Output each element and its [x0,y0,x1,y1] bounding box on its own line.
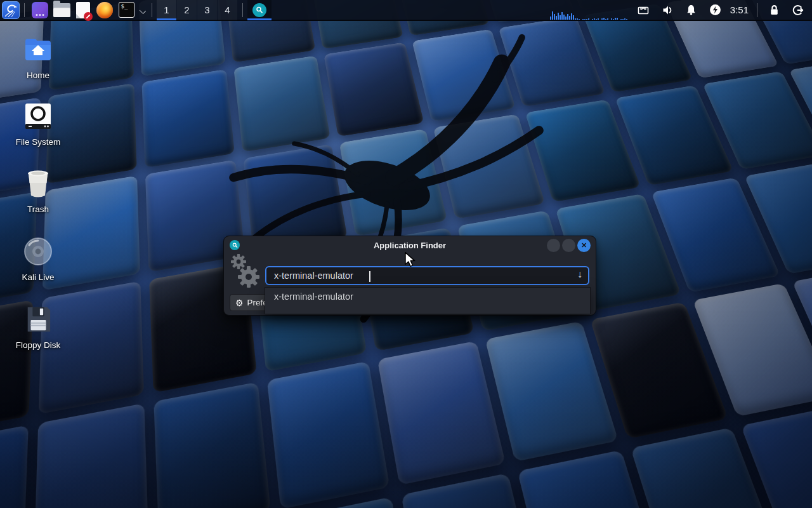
dropdown-arrow-icon[interactable]: ↓ [577,269,582,280]
taskbar-application-finder[interactable] [247,0,272,20]
desktop-icon-file-system[interactable]: File System [4,100,72,147]
desktop-icon-label: Floppy Disk [16,340,61,350]
floppy-disk-icon [22,304,54,335]
magnifier-icon [252,3,266,17]
autocomplete-dropdown: x-terminal-emulator [265,287,591,314]
desktop-icon-label: Home [27,70,49,80]
close-button[interactable]: ✕ [577,239,591,252]
mouse-cursor [404,252,417,267]
text-caret [369,271,370,282]
power-manager-icon[interactable] [709,4,722,17]
workspace-button-3[interactable]: 3 [197,0,217,20]
app-window-launcher[interactable] [29,0,51,20]
panel-separator [757,3,757,17]
disc-icon [22,236,54,267]
terminal-launcher[interactable]: $_ [115,0,137,20]
desktop-icon-label: Trash [27,204,49,214]
search-input-value: x-terminal-emulator [274,271,353,281]
kali-logo-icon [3,3,18,18]
text-editor-launcher[interactable] [72,0,94,20]
panel-separator [242,3,243,17]
search-input[interactable]: x-terminal-emulator ↓ [265,266,589,285]
pencil-badge-icon [84,12,93,21]
panel-separator [152,3,152,17]
ethernet-icon[interactable] [637,4,650,17]
titlebar[interactable]: Application Finder ✕ [224,236,596,254]
application-finder-window: Application Finder ✕ [223,236,596,316]
gear-icon: ⚙ [235,298,244,307]
panel-separator [24,3,25,17]
lock-screen-icon[interactable] [768,4,780,17]
network-monitor-graph[interactable] [550,0,631,20]
logout-icon[interactable] [792,4,804,17]
workspace-button-2[interactable]: 2 [177,0,197,20]
file-manager-launcher[interactable] [51,0,72,20]
window-magnifier-icon [230,240,240,250]
hard-drive-icon [22,100,54,132]
dropdown-item[interactable]: x-terminal-emulator [265,288,590,302]
maximize-button[interactable] [562,239,575,252]
clock[interactable]: 3:51 [730,4,749,15]
home-folder-icon [22,34,54,65]
browser-launcher[interactable] [94,0,115,20]
desktop: Home File System [0,0,812,508]
desktop-icon-label: File System [16,137,61,147]
volume-icon[interactable] [661,4,674,17]
terminal-icon: $_ [119,2,134,18]
desktop-icon-floppy-disk[interactable]: Floppy Disk [4,304,72,350]
desktop-icon-label: Kali Live [22,272,54,282]
window-icon [32,2,48,18]
window-title: Application Finder [224,241,596,250]
firefox-icon [96,2,113,18]
desktop-icon-home[interactable]: Home [4,34,72,80]
desktop-icon-kali-live[interactable]: Kali Live [4,236,72,282]
top-panel: $_ 1 2 3 4 [0,0,812,21]
desktop-icon-trash[interactable]: Trash [4,168,72,214]
gears-icon [228,251,265,292]
workspace-button-1[interactable]: 1 [157,0,176,20]
document-edit-icon [76,2,90,18]
whisker-menu-button[interactable] [2,1,20,19]
workspace-button-4[interactable]: 4 [218,0,237,20]
trash-icon [22,168,54,199]
minimize-button[interactable] [547,239,560,252]
notifications-bell-icon[interactable] [685,4,698,17]
folder-icon [53,3,70,17]
launcher-dropdown-chevron-icon[interactable] [138,6,147,15]
